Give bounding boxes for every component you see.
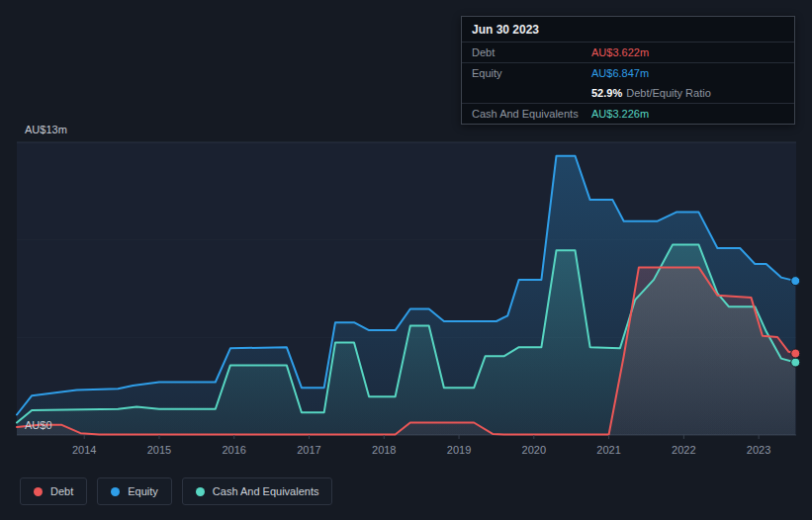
equity-end-dot	[791, 277, 800, 286]
tooltip-debt-value: AU$3.622m	[591, 45, 649, 59]
tooltip-cash-value: AU$3.226m	[591, 107, 649, 121]
tooltip-row-equity: Equity AU$6.847m	[462, 63, 794, 83]
x-tick-label: 2018	[372, 444, 396, 456]
tooltip-ratio-label: Debt/Equity Ratio	[626, 87, 711, 99]
y-axis-max-label: AU$13m	[25, 124, 67, 135]
equity-series-dot-icon	[111, 487, 120, 496]
x-tick-label: 2017	[297, 444, 320, 456]
x-tick-label: 2016	[222, 444, 245, 456]
x-tick-label: 2014	[72, 444, 96, 456]
x-tick-label: 2020	[522, 444, 546, 456]
legend-debt-label: Debt	[50, 485, 73, 497]
tooltip-row-cash: Cash And Equivalents AU$3.226m	[462, 104, 794, 124]
tooltip: Jun 30 2023 Debt AU$3.622m Equity AU$6.8…	[461, 16, 795, 125]
x-tick-label: 2021	[596, 444, 620, 456]
tooltip-date: Jun 30 2023	[462, 17, 794, 43]
debt-series-dot-icon	[34, 487, 43, 496]
legend: Debt Equity Cash And Equivalents	[20, 477, 332, 505]
tooltip-cash-label: Cash And Equivalents	[472, 107, 591, 121]
tooltip-debt-label: Debt	[472, 45, 591, 59]
legend-equity-label: Equity	[128, 485, 158, 497]
legend-item-equity[interactable]: Equity	[97, 477, 172, 505]
legend-item-cash[interactable]: Cash And Equivalents	[182, 477, 333, 505]
cash-series-dot-icon	[196, 487, 205, 496]
tooltip-row-ratio: 52.9%Debt/Equity Ratio	[462, 83, 794, 104]
x-tick-label: 2022	[672, 444, 695, 456]
x-tick-label: 2015	[147, 444, 171, 456]
x-tick-label: 2023	[747, 444, 770, 456]
legend-item-debt[interactable]: Debt	[20, 477, 87, 505]
legend-cash-label: Cash And Equivalents	[213, 485, 319, 497]
cash-and-equivalents-end-dot	[791, 358, 800, 367]
tooltip-ratio-value: 52.9%	[591, 87, 622, 99]
tooltip-row-debt: Debt AU$3.622m	[462, 43, 794, 63]
x-tick-label: 2019	[447, 444, 471, 456]
debt-end-dot	[791, 349, 800, 358]
tooltip-equity-value: AU$6.847m	[591, 66, 649, 80]
y-axis-min-label: AU$0	[25, 419, 52, 431]
tooltip-equity-label: Equity	[472, 66, 591, 80]
